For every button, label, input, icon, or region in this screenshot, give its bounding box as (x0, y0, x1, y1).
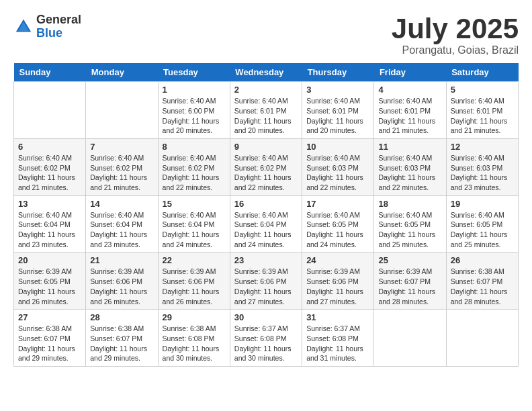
day-number: 13 (18, 199, 81, 209)
calendar-cell (14, 82, 86, 139)
calendar-cell: 12Sunrise: 6:40 AM Sunset: 6:03 PM Dayli… (446, 138, 518, 195)
day-info: Sunrise: 6:40 AM Sunset: 6:05 PM Dayligh… (451, 210, 514, 250)
calendar-week-1: 1Sunrise: 6:40 AM Sunset: 6:00 PM Daylig… (14, 82, 519, 139)
day-info: Sunrise: 6:39 AM Sunset: 6:06 PM Dayligh… (163, 267, 226, 306)
day-number: 20 (18, 255, 81, 265)
day-number: 31 (306, 312, 369, 322)
calendar-cell: 17Sunrise: 6:40 AM Sunset: 6:05 PM Dayli… (302, 195, 374, 253)
day-info: Sunrise: 6:38 AM Sunset: 6:07 PM Dayligh… (90, 324, 153, 363)
calendar-cell: 21Sunrise: 6:39 AM Sunset: 6:06 PM Dayli… (86, 253, 158, 310)
calendar-cell: 16Sunrise: 6:40 AM Sunset: 6:04 PM Dayli… (230, 195, 302, 253)
day-number: 11 (378, 142, 441, 152)
calendar-cell (374, 310, 446, 367)
day-number: 12 (451, 142, 514, 152)
day-number: 18 (378, 199, 441, 209)
day-number: 30 (234, 312, 298, 322)
calendar-cell: 1Sunrise: 6:40 AM Sunset: 6:00 PM Daylig… (158, 82, 230, 139)
logo: General Blue (13, 13, 81, 40)
calendar-table: SundayMondayTuesdayWednesdayThursdayFrid… (13, 63, 519, 367)
calendar-cell: 25Sunrise: 6:39 AM Sunset: 6:07 PM Dayli… (374, 253, 446, 310)
calendar-cell: 8Sunrise: 6:40 AM Sunset: 6:02 PM Daylig… (158, 138, 230, 195)
day-info: Sunrise: 6:40 AM Sunset: 6:02 PM Dayligh… (18, 153, 81, 193)
calendar-cell: 13Sunrise: 6:40 AM Sunset: 6:04 PM Dayli… (14, 195, 86, 253)
calendar-cell: 22Sunrise: 6:39 AM Sunset: 6:06 PM Dayli… (158, 253, 230, 310)
day-info: Sunrise: 6:40 AM Sunset: 6:01 PM Dayligh… (306, 96, 369, 136)
day-info: Sunrise: 6:40 AM Sunset: 6:04 PM Dayligh… (234, 210, 298, 250)
calendar-cell: 27Sunrise: 6:38 AM Sunset: 6:07 PM Dayli… (14, 310, 86, 367)
calendar-cell: 5Sunrise: 6:40 AM Sunset: 6:01 PM Daylig… (446, 82, 518, 139)
day-number: 2 (234, 85, 298, 95)
calendar-cell: 14Sunrise: 6:40 AM Sunset: 6:04 PM Dayli… (86, 195, 158, 253)
logo-general-text: General (36, 13, 81, 27)
day-number: 14 (90, 199, 153, 209)
day-number: 28 (90, 312, 153, 322)
day-number: 5 (451, 85, 514, 95)
day-info: Sunrise: 6:40 AM Sunset: 6:05 PM Dayligh… (306, 210, 369, 250)
title-block: July 2025 Porangatu, Goias, Brazil (392, 13, 519, 56)
day-info: Sunrise: 6:39 AM Sunset: 6:06 PM Dayligh… (90, 267, 153, 306)
calendar-cell: 19Sunrise: 6:40 AM Sunset: 6:05 PM Dayli… (446, 195, 518, 253)
calendar-cell: 15Sunrise: 6:40 AM Sunset: 6:04 PM Dayli… (158, 195, 230, 253)
calendar-cell: 26Sunrise: 6:38 AM Sunset: 6:07 PM Dayli… (446, 253, 518, 310)
calendar-cell: 10Sunrise: 6:40 AM Sunset: 6:03 PM Dayli… (302, 138, 374, 195)
day-number: 19 (451, 199, 514, 209)
page-header: General Blue July 2025 Porangatu, Goias,… (13, 13, 519, 56)
day-number: 15 (163, 199, 226, 209)
logo-blue-text: Blue (36, 27, 81, 40)
calendar-cell: 2Sunrise: 6:40 AM Sunset: 6:01 PM Daylig… (230, 82, 302, 139)
day-info: Sunrise: 6:40 AM Sunset: 6:02 PM Dayligh… (163, 153, 226, 193)
day-number: 9 (234, 142, 298, 152)
calendar-week-2: 6Sunrise: 6:40 AM Sunset: 6:02 PM Daylig… (14, 138, 519, 195)
day-number: 29 (163, 312, 226, 322)
day-number: 24 (306, 255, 369, 265)
calendar-cell: 3Sunrise: 6:40 AM Sunset: 6:01 PM Daylig… (302, 82, 374, 139)
calendar-header-wednesday: Wednesday (230, 63, 302, 82)
calendar-cell: 7Sunrise: 6:40 AM Sunset: 6:02 PM Daylig… (86, 138, 158, 195)
calendar-cell: 11Sunrise: 6:40 AM Sunset: 6:03 PM Dayli… (374, 138, 446, 195)
calendar-cell: 23Sunrise: 6:39 AM Sunset: 6:06 PM Dayli… (230, 253, 302, 310)
day-info: Sunrise: 6:40 AM Sunset: 6:02 PM Dayligh… (234, 153, 298, 193)
calendar-header-monday: Monday (86, 63, 158, 82)
location: Porangatu, Goias, Brazil (392, 44, 519, 56)
calendar-week-5: 27Sunrise: 6:38 AM Sunset: 6:07 PM Dayli… (14, 310, 519, 367)
calendar-week-3: 13Sunrise: 6:40 AM Sunset: 6:04 PM Dayli… (14, 195, 519, 253)
calendar-header-saturday: Saturday (446, 63, 518, 82)
calendar-cell (86, 82, 158, 139)
calendar-cell: 30Sunrise: 6:37 AM Sunset: 6:08 PM Dayli… (230, 310, 302, 367)
day-info: Sunrise: 6:40 AM Sunset: 6:05 PM Dayligh… (378, 210, 441, 250)
day-info: Sunrise: 6:38 AM Sunset: 6:07 PM Dayligh… (18, 324, 81, 363)
calendar-week-4: 20Sunrise: 6:39 AM Sunset: 6:05 PM Dayli… (14, 253, 519, 310)
logo-text: General Blue (36, 13, 81, 40)
calendar-header-sunday: Sunday (14, 63, 86, 82)
day-number: 22 (163, 255, 226, 265)
day-info: Sunrise: 6:39 AM Sunset: 6:07 PM Dayligh… (378, 267, 441, 306)
day-info: Sunrise: 6:39 AM Sunset: 6:06 PM Dayligh… (234, 267, 298, 306)
calendar-cell: 20Sunrise: 6:39 AM Sunset: 6:05 PM Dayli… (14, 253, 86, 310)
day-info: Sunrise: 6:39 AM Sunset: 6:05 PM Dayligh… (18, 267, 81, 306)
day-number: 6 (18, 142, 81, 152)
day-info: Sunrise: 6:40 AM Sunset: 6:03 PM Dayligh… (451, 153, 514, 193)
calendar-cell: 9Sunrise: 6:40 AM Sunset: 6:02 PM Daylig… (230, 138, 302, 195)
day-number: 26 (451, 255, 514, 265)
day-info: Sunrise: 6:38 AM Sunset: 6:07 PM Dayligh… (451, 267, 514, 306)
calendar-header-tuesday: Tuesday (158, 63, 230, 82)
day-number: 17 (306, 199, 369, 209)
day-info: Sunrise: 6:40 AM Sunset: 6:04 PM Dayligh… (18, 210, 81, 250)
day-info: Sunrise: 6:37 AM Sunset: 6:08 PM Dayligh… (234, 324, 298, 363)
day-number: 16 (234, 199, 298, 209)
day-info: Sunrise: 6:40 AM Sunset: 6:01 PM Dayligh… (451, 96, 514, 136)
day-number: 21 (90, 255, 153, 265)
calendar-header-row: SundayMondayTuesdayWednesdayThursdayFrid… (14, 63, 519, 82)
day-number: 10 (306, 142, 369, 152)
calendar-cell: 28Sunrise: 6:38 AM Sunset: 6:07 PM Dayli… (86, 310, 158, 367)
day-number: 3 (306, 85, 369, 95)
day-number: 8 (163, 142, 226, 152)
day-number: 4 (378, 85, 441, 95)
calendar-cell: 29Sunrise: 6:38 AM Sunset: 6:08 PM Dayli… (158, 310, 230, 367)
calendar-cell: 4Sunrise: 6:40 AM Sunset: 6:01 PM Daylig… (374, 82, 446, 139)
day-number: 1 (163, 85, 226, 95)
day-info: Sunrise: 6:40 AM Sunset: 6:00 PM Dayligh… (163, 96, 226, 136)
day-info: Sunrise: 6:40 AM Sunset: 6:03 PM Dayligh… (378, 153, 441, 193)
calendar-header-friday: Friday (374, 63, 446, 82)
day-number: 7 (90, 142, 153, 152)
